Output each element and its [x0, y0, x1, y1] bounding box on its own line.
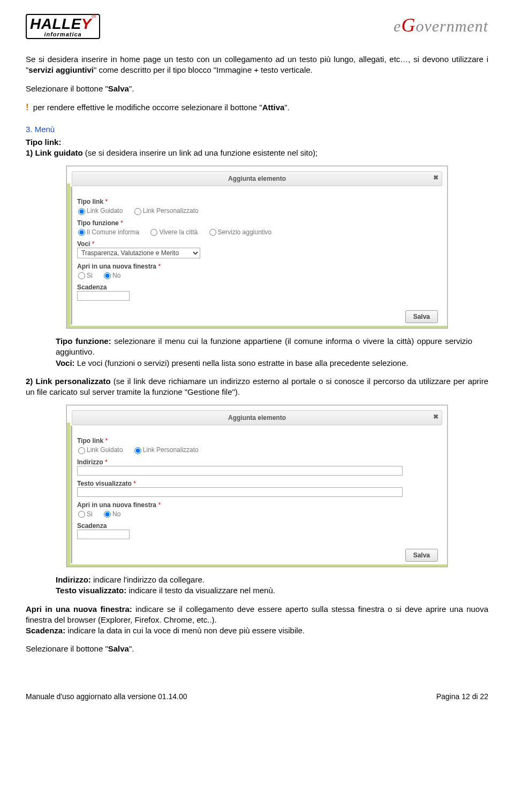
- logo: HALLEY® informatica: [26, 14, 100, 39]
- d1-tipo-funzione-label: Tipo funzione: [77, 219, 119, 227]
- logo-last: Y: [81, 16, 92, 32]
- d1-tipo-link-label: Tipo link: [77, 198, 103, 205]
- egov-e: e: [394, 17, 401, 35]
- d2-apri-label: Apri in una nuova finestra: [77, 501, 156, 509]
- link-personalizzato-line: 2) Link personalizzato (se il link deve …: [26, 376, 488, 398]
- d1-radio-personalizzato[interactable]: Link Personalizzato: [133, 207, 199, 215]
- dialog1-title: Aggiunta elemento: [228, 175, 286, 182]
- intro-p1: Se si desidera inserire in home page un …: [26, 54, 488, 76]
- egov-brand: eGovernment: [394, 14, 488, 36]
- intro-p3: ! per rendere effettive le modifiche occ…: [26, 102, 488, 114]
- close-icon[interactable]: ✖: [433, 174, 439, 181]
- close-icon[interactable]: ✖: [433, 413, 439, 420]
- tipo-funzione-note: Tipo funzione: selezionare il menu cui l…: [56, 336, 472, 369]
- intro-p2: Selezionare il bottone "Salva".: [26, 83, 488, 94]
- d1-apri-label: Apri in una nuova finestra: [77, 263, 156, 270]
- d2-salva-button[interactable]: Salva: [405, 549, 438, 562]
- dialog-aggiunta-elemento-2: Aggiunta elemento ✖ Tipo link * Link Gui…: [66, 405, 448, 567]
- d1-scadenza-input[interactable]: [77, 291, 130, 301]
- d2-testo-vis-label: Testo visualizzato: [77, 480, 132, 487]
- d1-scadenza-label: Scadenza: [77, 284, 437, 291]
- d1-radio-no[interactable]: No: [103, 272, 120, 279]
- tipo-link-line: Tipo link: 1) Link guidato (se si deside…: [26, 137, 488, 159]
- logo-reg: ®: [92, 13, 96, 19]
- d2-testo-vis-input[interactable]: [77, 487, 403, 497]
- page-header: HALLEY® informatica eGovernment: [26, 14, 488, 39]
- d2-radio-no[interactable]: No: [103, 510, 120, 518]
- attention-icon: !: [26, 102, 29, 114]
- dialog2-title-bar: Aggiunta elemento ✖: [72, 410, 442, 425]
- egov-rest: overnment: [415, 17, 488, 35]
- d2-indirizzo-label: Indirizzo: [77, 458, 103, 466]
- footer-left: Manuale d'uso aggiornato alla versione 0…: [26, 692, 187, 701]
- indirizzo-note: Indirizzo: indicare l'indirizzo da colle…: [56, 574, 472, 596]
- dialog-aggiunta-elemento-1: Aggiunta elemento ✖ Tipo link * Link Gui…: [66, 166, 448, 328]
- d1-voci-select[interactable]: Trasparenza, Valutazione e Merito: [77, 248, 200, 258]
- dialog1-title-bar: Aggiunta elemento ✖: [72, 171, 442, 186]
- d1-voci-label: Voci: [77, 240, 90, 248]
- d1-radio-servizio[interactable]: Servizio aggiuntivo: [208, 228, 272, 236]
- logo-main: HALLE: [30, 16, 81, 32]
- d2-radio-si[interactable]: Si: [77, 510, 93, 518]
- footer-right: Pagina 12 di 22: [436, 692, 488, 701]
- d1-radio-guidato[interactable]: Link Guidato: [77, 207, 123, 215]
- d2-scadenza-input[interactable]: [77, 530, 130, 539]
- d2-indirizzo-input[interactable]: [77, 466, 403, 476]
- d1-radio-vivere[interactable]: Vivere la città: [149, 228, 198, 236]
- egov-g: G: [401, 14, 415, 36]
- d2-tipo-link-label: Tipo link: [77, 437, 103, 445]
- d1-salva-button[interactable]: Salva: [405, 310, 438, 323]
- d1-radio-si[interactable]: Si: [77, 272, 93, 279]
- d1-radio-comune[interactable]: Il Comune informa: [77, 228, 139, 236]
- d2-radio-guidato[interactable]: Link Guidato: [77, 446, 123, 454]
- d2-scadenza-label: Scadenza: [77, 522, 437, 530]
- dialog2-title: Aggiunta elemento: [228, 414, 286, 422]
- salva-line: Selezionare il bottone "Salva".: [26, 644, 488, 654]
- section-3-heading: 3. Menù: [26, 125, 488, 134]
- tipo-link-label: Tipo link:: [26, 137, 488, 148]
- apri-note: Apri in una nuova finestra: indicare se …: [26, 604, 488, 637]
- logo-subtitle: informatica: [30, 32, 96, 37]
- d2-radio-personalizzato[interactable]: Link Personalizzato: [133, 446, 199, 454]
- page-footer: Manuale d'uso aggiornato alla versione 0…: [26, 692, 488, 701]
